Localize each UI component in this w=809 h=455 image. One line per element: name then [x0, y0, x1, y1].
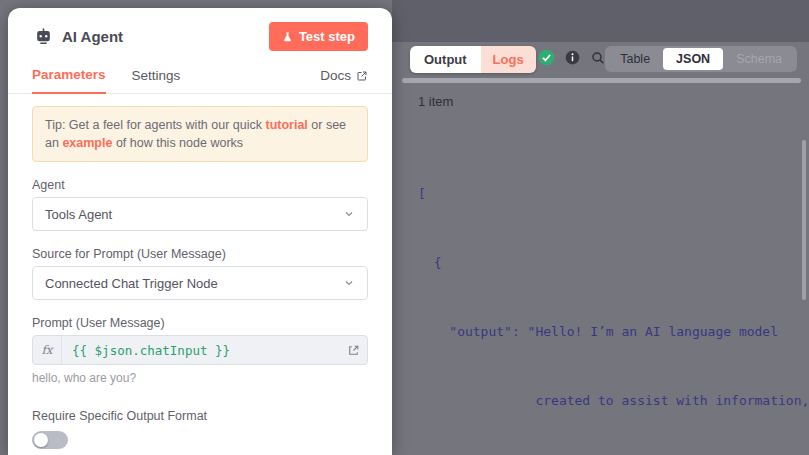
tutorial-link[interactable]: tutorial — [265, 118, 307, 132]
test-step-button[interactable]: Test step — [269, 22, 368, 51]
items-count: 1 item — [418, 94, 453, 109]
prompt-expression-field: fx {{ $json.chatInput }} — [32, 335, 368, 365]
tip-text: of how this node works — [112, 136, 243, 150]
tab-json[interactable]: JSON — [663, 48, 723, 70]
test-step-label: Test step — [299, 29, 355, 44]
expand-expression-button[interactable] — [339, 336, 367, 364]
settings-tab-bar: Parameters Settings Docs — [8, 59, 392, 94]
source-select-value: Connected Chat Trigger Node — [45, 276, 218, 291]
robot-icon — [32, 26, 54, 48]
output-format-label: Require Specific Output Format — [32, 409, 368, 423]
tab-schema[interactable]: Schema — [723, 48, 795, 70]
json-output: [ { "output": "Hello! I’m an AI language… — [418, 136, 809, 455]
tab-docs[interactable]: Docs — [320, 60, 368, 93]
json-line: [ — [418, 182, 809, 205]
info-icon[interactable] — [565, 50, 580, 65]
example-link[interactable]: example — [62, 136, 112, 150]
output-panel: Output Logs Table JSON Schema 1 item [ {… — [392, 0, 809, 455]
json-line: { — [418, 251, 809, 274]
chevron-down-icon — [343, 277, 355, 289]
tab-logs[interactable]: Logs — [481, 46, 536, 73]
flask-icon — [282, 31, 293, 43]
source-field-label: Source for Prompt (User Message) — [32, 247, 368, 261]
node-header: AI Agent Test step — [32, 22, 368, 51]
output-format-toggle[interactable] — [32, 431, 68, 449]
agent-select[interactable]: Tools Agent — [32, 197, 368, 231]
expression-fx-badge: fx — [33, 336, 62, 364]
tip-banner: Tip: Get a feel for agents with our quic… — [32, 106, 368, 162]
tab-settings[interactable]: Settings — [132, 60, 181, 93]
agent-select-value: Tools Agent — [45, 207, 112, 222]
prompt-expression-input[interactable]: {{ $json.chatInput }} — [62, 343, 339, 358]
success-check-icon — [538, 49, 555, 66]
agent-field-label: Agent — [32, 178, 368, 192]
external-link-icon — [356, 70, 368, 82]
output-status-icons — [538, 49, 606, 66]
chevron-down-icon — [343, 208, 355, 220]
toggle-knob — [34, 433, 48, 447]
tip-text: Tip: Get a feel for agents with our quic… — [45, 118, 265, 132]
tab-table[interactable]: Table — [607, 48, 663, 70]
node-settings-panel: AI Agent Test step Parameters Settings D… — [8, 8, 392, 455]
source-select[interactable]: Connected Chat Trigger Node — [32, 266, 368, 300]
output-logs-tab-group: Output Logs — [410, 46, 536, 73]
output-panel-top-strip — [392, 0, 809, 42]
tab-parameters[interactable]: Parameters — [32, 59, 106, 94]
node-title: AI Agent — [62, 28, 123, 45]
json-line: created to assist with information, — [418, 389, 809, 412]
docs-label: Docs — [320, 68, 351, 83]
search-icon[interactable] — [590, 50, 606, 66]
json-line: "output": "Hello! I’m an AI language mod… — [418, 320, 809, 343]
prompt-preview-text: hello, who are you? — [32, 371, 368, 385]
horizontal-scrollbar[interactable] — [402, 78, 801, 83]
tab-output[interactable]: Output — [410, 46, 481, 73]
prompt-field-label: Prompt (User Message) — [32, 316, 368, 330]
view-mode-tab-group: Table JSON Schema — [605, 46, 797, 72]
